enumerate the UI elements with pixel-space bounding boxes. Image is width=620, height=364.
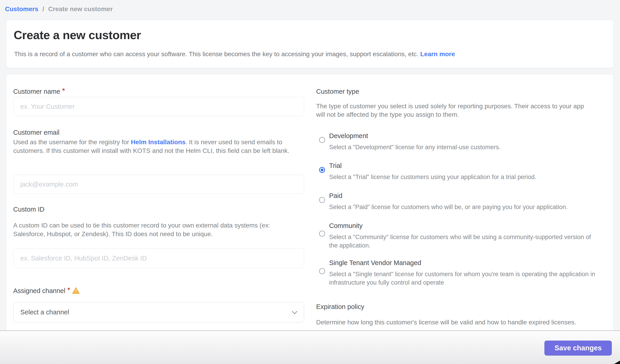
assigned-channel-selected-value: Select a channel	[20, 308, 69, 316]
breadcrumb-customers-link[interactable]: Customers	[5, 5, 38, 13]
create-customer-page: Customers / Create new customer Create a…	[0, 0, 620, 364]
breadcrumb-separator: /	[42, 5, 44, 13]
option-description: Select a "Single tenant" license for cus…	[329, 270, 597, 287]
option-label[interactable]: Paid	[329, 192, 597, 200]
customer-name-label: Customer name *	[13, 88, 65, 95]
customer-email-label: Customer email	[13, 129, 60, 136]
learn-more-link[interactable]: Learn more	[420, 50, 455, 58]
customer-type-description: The type of customer you select is used …	[316, 102, 593, 119]
save-changes-button[interactable]: Save changes	[544, 341, 612, 356]
required-asterisk: *	[62, 87, 65, 94]
customer-name-input[interactable]	[13, 97, 304, 116]
customer-email-input[interactable]	[13, 175, 304, 194]
custom-id-input[interactable]	[13, 248, 304, 268]
sticky-footer: Save changes	[0, 330, 620, 364]
radio-community[interactable]	[319, 231, 325, 237]
option-label[interactable]: Trial	[329, 162, 597, 170]
customer-type-option-development: Development Select a "Development" licen…	[316, 132, 597, 151]
custom-id-description: A custom ID can be used to tie this cust…	[13, 221, 299, 238]
customer-type-option-community: Community Select a "Community" license f…	[316, 222, 597, 250]
warning-icon	[72, 287, 80, 294]
option-label[interactable]: Development	[329, 132, 597, 140]
customer-type-option-trial: Trial Select a "Trial" license for custo…	[316, 162, 597, 181]
header-description-text: This is a record of a customer who can a…	[14, 50, 418, 58]
option-label[interactable]: Community	[329, 222, 597, 230]
page-title: Create a new customer	[14, 28, 141, 42]
radio-development[interactable]	[319, 137, 325, 143]
radio-single-tenant[interactable]	[319, 268, 325, 274]
assigned-channel-label: Assigned channel *	[13, 287, 80, 295]
assigned-channel-select[interactable]: Select a channel	[13, 302, 304, 322]
customer-type-heading: Customer type	[316, 88, 359, 95]
breadcrumb-current: Create new customer	[48, 5, 113, 13]
helm-installations-link[interactable]: Helm Installations	[131, 139, 186, 146]
chevron-down-icon	[292, 308, 297, 314]
option-description: Select a "Community" license for custome…	[329, 233, 597, 250]
header-card	[6, 20, 614, 68]
radio-trial[interactable]	[319, 167, 325, 173]
custom-id-label: Custom ID	[13, 206, 45, 213]
option-description: Select a "Paid" license for customers wh…	[329, 203, 597, 211]
option-description: Select a "Trial" license for customers u…	[329, 173, 597, 181]
option-label[interactable]: Single Tenant Vendor Managed	[329, 259, 597, 267]
customer-type-option-single-tenant: Single Tenant Vendor Managed Select a "S…	[316, 259, 597, 287]
breadcrumb: Customers / Create new customer	[5, 5, 113, 13]
expiration-policy-heading: Expiration policy	[316, 303, 364, 310]
header-description: This is a record of a customer who can a…	[14, 50, 455, 58]
radio-paid[interactable]	[319, 197, 325, 203]
required-asterisk: *	[67, 286, 70, 294]
customer-type-option-paid: Paid Select a "Paid" license for custome…	[316, 192, 597, 211]
customer-email-description: Used as the username for the registry fo…	[13, 138, 299, 155]
expiration-policy-description: Determine how long this customer's licen…	[316, 318, 597, 326]
option-description: Select a "Development" license for any i…	[329, 143, 597, 151]
